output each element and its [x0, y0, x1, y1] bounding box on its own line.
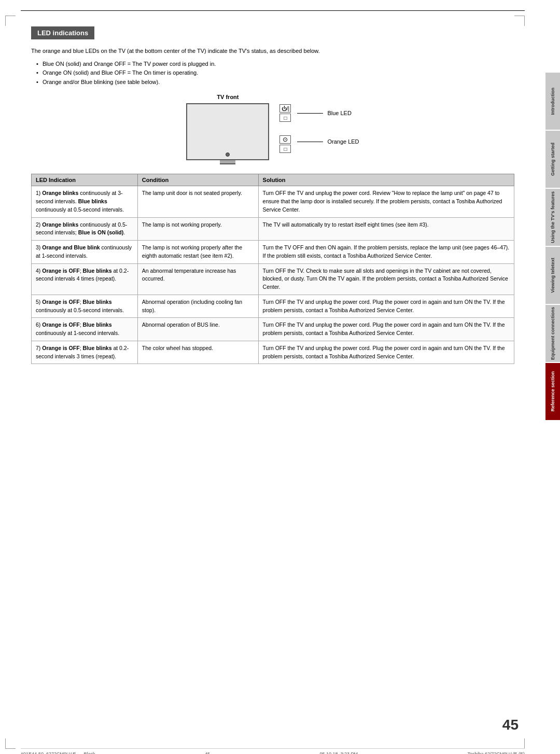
page-footer: #01E44-50_6272CM9UAE Black 45 05.10.18, …	[21, 748, 525, 754]
table-cell-condition-7: The color wheel has stopped.	[137, 341, 258, 364]
corner-mark-bl	[5, 738, 16, 749]
tab-reference-section[interactable]: Reference section	[545, 363, 560, 420]
table-row: 5) Orange is OFF; Blue blinks continuous…	[32, 295, 514, 318]
table-cell-indication-4: 4) Orange is OFF; Blue blinks at 0.2-sec…	[32, 263, 138, 295]
blue-led-label: Blue LED	[327, 110, 351, 116]
table-cell-condition-4: An abnormal temperature increase has occ…	[137, 263, 258, 295]
table-row: 3) Orange and Blue blink continuously at…	[32, 241, 514, 264]
table-cell-indication-1: 1) Orange blinks continuously at 3-secon…	[32, 186, 138, 217]
table-cell-indication-7: 7) Orange is OFF; Blue blinks at 0.2-sec…	[32, 341, 138, 364]
table-cell-solution-2: The TV will automatically try to restart…	[258, 217, 514, 241]
corner-mark-br	[514, 738, 525, 749]
tab-equipment-connections[interactable]: Equipment connections	[545, 305, 560, 362]
blue-led-line	[297, 113, 323, 114]
table-cell-condition-5: Abnormal operation (including cooling fa…	[137, 295, 258, 318]
table-row: 7) Orange is OFF; Blue blinks at 0.2-sec…	[32, 341, 514, 364]
blue-led-indicator: ⏻/| □ Blue LED	[279, 104, 359, 122]
table-cell-solution-1: Turn OFF the TV and unplug the power cor…	[258, 186, 514, 217]
orange-led-label: Orange LED	[327, 138, 359, 145]
bullet-item-3: Orange and/or Blue blinking (see table b…	[36, 78, 514, 87]
footer-left: #01E44-50_6272CM9UAE Black	[21, 751, 95, 754]
table-cell-solution-4: Turn OFF the TV. Check to make sure all …	[258, 263, 514, 295]
tv-diagram-left: TV front	[186, 94, 269, 164]
page: Introduction Getting started Using the T…	[0, 10, 560, 754]
tab-introduction[interactable]: Introduction	[545, 73, 560, 130]
table-cell-indication-5: 5) Orange is OFF; Blue blinks continuous…	[32, 295, 138, 318]
led-table: LED Indication Condition Solution 1) Ora…	[31, 174, 514, 364]
intro-bullet-list: Blue ON (solid) and Orange OFF = The TV …	[31, 60, 514, 87]
tv-diagram: TV front ⏻/| □ Blue LED	[31, 94, 514, 164]
tv-box	[186, 103, 269, 160]
tv-front-label: TV front	[186, 94, 269, 100]
table-cell-condition-6: Abnormal operation of BUS line.	[137, 318, 258, 341]
tv-diagram-right: ⏻/| □ Blue LED ⊙ □ Orange LED	[279, 104, 359, 153]
corner-mark-tl	[5, 16, 16, 26]
page-number: 45	[502, 717, 519, 733]
tv-stand	[220, 160, 235, 164]
main-content: LED indications The orange and blue LEDs…	[21, 11, 525, 374]
table-cell-solution-6: Turn OFF the TV and unplug the power cor…	[258, 318, 514, 341]
blue-led-box: □	[279, 114, 291, 122]
orange-led-indicator: ⊙ □ Orange LED	[279, 130, 359, 153]
footer-date: 05.10.18, 3:23 PM	[319, 751, 358, 754]
table-cell-indication-6: 6) Orange is OFF; Blue blinks continuous…	[32, 318, 138, 341]
table-cell-solution-3: Turn the TV OFF and then ON again. If th…	[258, 241, 514, 264]
bullet-item-2: Orange ON (solid) and Blue OFF = The On …	[36, 68, 514, 78]
table-cell-indication-2: 2) Orange blinks continuously at 0.5-sec…	[32, 217, 138, 241]
orange-led-box: □	[279, 145, 291, 153]
table-row: 1) Orange blinks continuously at 3-secon…	[32, 186, 514, 217]
table-row: 4) Orange is OFF; Blue blinks at 0.2-sec…	[32, 263, 514, 295]
table-cell-condition-2: The lamp is not working properly.	[137, 217, 258, 241]
tv-led-dot	[226, 152, 230, 157]
footer-center: 45	[205, 751, 210, 754]
table-header-indication: LED Indication	[32, 174, 138, 186]
tab-viewing-teletext[interactable]: Viewing teletext	[545, 247, 560, 304]
tab-getting-started[interactable]: Getting started	[545, 131, 560, 188]
table-cell-indication-3: 3) Orange and Blue blink continuously at…	[32, 241, 138, 264]
bullet-item-1: Blue ON (solid) and Orange OFF = The TV …	[36, 60, 514, 69]
table-header-solution: Solution	[258, 174, 514, 186]
footer-right: Toshiba 62/72CM9UA/E (E)	[467, 751, 525, 754]
side-navigation: Introduction Getting started Using the T…	[545, 73, 560, 421]
blue-led-power-icon: ⏻/|	[279, 104, 291, 113]
tab-tv-features[interactable]: Using the TV's features	[545, 189, 560, 246]
table-cell-condition-1: The lamp unit door is not seated properl…	[137, 186, 258, 217]
orange-led-line	[297, 142, 323, 142]
table-cell-solution-5: Turn OFF the TV and unplug the power cor…	[258, 295, 514, 318]
table-row: 6) Orange is OFF; Blue blinks continuous…	[32, 318, 514, 341]
intro-paragraph: The orange and blue LEDs on the TV (at t…	[31, 47, 514, 55]
table-cell-condition-3: The lamp is not working properly after t…	[137, 241, 258, 264]
table-row: 2) Orange blinks continuously at 0.5-sec…	[32, 217, 514, 241]
corner-mark-tr	[514, 16, 525, 26]
section-title: LED indications	[31, 26, 94, 39]
orange-led-icon: ⊙	[279, 135, 291, 144]
table-cell-solution-7: Turn OFF the TV and unplug the power cor…	[258, 341, 514, 364]
table-header-condition: Condition	[137, 174, 258, 186]
